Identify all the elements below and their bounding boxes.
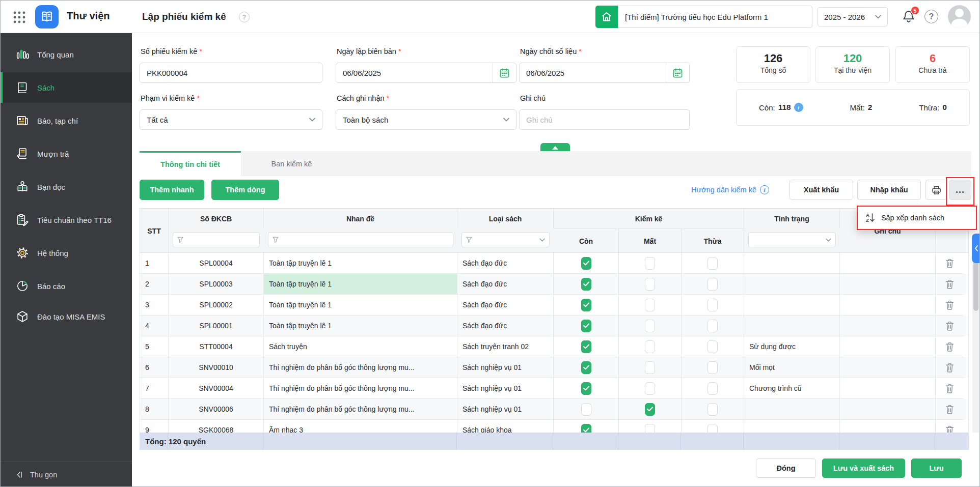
- sidebar-item-dao-tao-misa-emis[interactable]: Đào tạo MISA EMIS: [1, 301, 132, 332]
- quick-add-button[interactable]: Thêm nhanh: [140, 180, 204, 200]
- cell-code[interactable]: SPL00003: [169, 274, 264, 295]
- library-app-logo[interactable]: [35, 5, 59, 28]
- cach-ghi-nhan-select[interactable]: Toàn bộ sách: [336, 109, 516, 130]
- so-phieu-field[interactable]: [140, 63, 322, 83]
- cell-title[interactable]: Sách truyện: [264, 336, 457, 357]
- cell-code[interactable]: STT00004: [169, 336, 264, 357]
- avatar[interactable]: [948, 5, 971, 28]
- ngay-chot-input[interactable]: [520, 63, 666, 82]
- cell-title[interactable]: Toàn tập truyện lê 1: [264, 274, 457, 295]
- school-year-select[interactable]: 2025 - 2026: [818, 7, 888, 26]
- delete-row-button[interactable]: [945, 342, 954, 352]
- cell-code[interactable]: SNV00004: [169, 378, 264, 399]
- cell-title[interactable]: Âm nhạc 3: [264, 420, 457, 433]
- pham-vi-select[interactable]: Tất cả: [140, 109, 322, 130]
- cell-status[interactable]: [744, 420, 840, 433]
- checkbox-con[interactable]: [581, 403, 591, 416]
- checkbox-mat[interactable]: [645, 382, 655, 395]
- sidebar-item-muon-tra[interactable]: Mượn trả: [1, 138, 132, 169]
- cell-code[interactable]: SNV00010: [169, 357, 264, 378]
- cell-note[interactable]: [840, 378, 936, 399]
- delete-row-button[interactable]: [945, 405, 954, 414]
- checkbox-thua[interactable]: [707, 403, 718, 416]
- checkbox-mat[interactable]: [645, 403, 655, 416]
- cell-note[interactable]: [840, 295, 936, 316]
- checkbox-thua[interactable]: [707, 257, 718, 270]
- cell-category[interactable]: Sách giáo khoa: [457, 420, 554, 433]
- sidebar-collapse-button[interactable]: Thu gọn: [1, 461, 132, 487]
- cell-title[interactable]: Thí nghiệm đo phân bố góc thông lượng mu…: [264, 399, 457, 420]
- checkbox-mat[interactable]: [645, 299, 655, 311]
- ghi-chu-input[interactable]: [520, 110, 689, 129]
- filter-status[interactable]: [748, 232, 836, 247]
- cell-category[interactable]: Sách nghiệp vụ 01: [457, 378, 554, 399]
- ngay-chot-field[interactable]: [519, 63, 690, 83]
- checkbox-mat[interactable]: [645, 257, 655, 270]
- delete-row-button[interactable]: [945, 321, 954, 331]
- cell-note[interactable]: [840, 399, 936, 420]
- delete-row-button[interactable]: [945, 279, 954, 289]
- import-button[interactable]: Nhập khẩu: [857, 180, 921, 200]
- cell-title[interactable]: Thí nghiệm đo phân bố góc thông lượng mu…: [264, 357, 457, 378]
- sort-menu-item[interactable]: AZ Sắp xếp danh sách: [857, 206, 977, 230]
- inventory-guide-link[interactable]: Hướng dẫn kiểm kê i: [691, 180, 769, 200]
- sidebar-item-bao-tap-chi[interactable]: Báo, tạp chí: [1, 105, 132, 136]
- cell-category[interactable]: Sách nghiệp vụ 01: [457, 357, 554, 378]
- sidebar-item-he-thong[interactable]: Hệ thống: [1, 238, 132, 268]
- notifications-button[interactable]: 5: [901, 9, 917, 25]
- cell-category[interactable]: Sách đạo đức: [457, 295, 554, 316]
- delete-row-button[interactable]: [945, 300, 954, 310]
- checkbox-thua[interactable]: [707, 382, 718, 395]
- cell-status[interactable]: [744, 295, 840, 316]
- checkbox-con[interactable]: [581, 424, 591, 433]
- cell-status[interactable]: [744, 316, 840, 336]
- checkbox-mat[interactable]: [645, 278, 655, 291]
- help-icon[interactable]: ?: [924, 10, 938, 23]
- cell-status[interactable]: Mối mọt: [744, 357, 840, 378]
- app-grid-icon[interactable]: [13, 11, 26, 24]
- side-panel-handle[interactable]: [972, 234, 980, 263]
- cell-category[interactable]: Sách đạo đức: [457, 253, 554, 274]
- cell-title[interactable]: Toàn tập truyện lê 1: [264, 316, 457, 336]
- cell-status[interactable]: [744, 399, 840, 420]
- checkbox-thua[interactable]: [707, 320, 718, 332]
- export-button[interactable]: Xuất khẩu: [790, 180, 853, 200]
- cell-status[interactable]: Sử dụng được: [744, 336, 840, 357]
- checkbox-thua[interactable]: [707, 299, 718, 311]
- tab-thong-tin-chi-tiet[interactable]: Thông tin chi tiết: [140, 151, 241, 176]
- cell-title[interactable]: Toàn tập truyện lê 1: [264, 295, 457, 316]
- ngay-lap-input[interactable]: [336, 63, 493, 82]
- cell-note[interactable]: [840, 420, 936, 433]
- delete-row-button[interactable]: [945, 425, 954, 433]
- cell-category[interactable]: Sách đạo đức: [457, 316, 554, 336]
- checkbox-con[interactable]: [581, 278, 591, 291]
- sidebar-item-ban-doc[interactable]: Bạn đọc: [1, 171, 132, 202]
- cell-code[interactable]: SPL00001: [169, 316, 264, 336]
- cell-code[interactable]: SNV00006: [169, 399, 264, 420]
- delete-row-button[interactable]: [945, 384, 954, 393]
- checkbox-thua[interactable]: [707, 424, 718, 433]
- ghi-chu-field[interactable]: [519, 109, 690, 130]
- checkbox-con[interactable]: [581, 320, 591, 332]
- cell-status[interactable]: [744, 274, 840, 295]
- checkbox-con[interactable]: [581, 340, 591, 353]
- school-selector[interactable]: [Thí điểm] Trường tiểu học Edu Platform …: [595, 6, 812, 28]
- delete-row-button[interactable]: [945, 363, 954, 373]
- cell-status[interactable]: Chương trình cũ: [744, 378, 840, 399]
- cell-category[interactable]: Sách truyện tranh 02: [457, 336, 554, 357]
- checkbox-con[interactable]: [581, 382, 591, 395]
- info-icon[interactable]: i: [794, 103, 803, 112]
- cell-code[interactable]: SPL00004: [169, 253, 264, 274]
- cell-category[interactable]: Sách đạo đức: [457, 274, 554, 295]
- ngay-lap-field[interactable]: [336, 63, 516, 83]
- checkbox-con[interactable]: [581, 257, 591, 270]
- cell-status[interactable]: [744, 253, 840, 274]
- cell-note[interactable]: [840, 357, 936, 378]
- cell-title[interactable]: Thí nghiệm đo phân bố góc thông lượng mu…: [264, 378, 457, 399]
- calendar-icon[interactable]: [666, 63, 689, 82]
- cell-note[interactable]: [840, 336, 936, 357]
- print-button[interactable]: [925, 180, 947, 200]
- cell-title[interactable]: Toàn tập truyện lê 1: [264, 253, 457, 274]
- checkbox-con[interactable]: [581, 361, 591, 374]
- cell-code[interactable]: SGK00068: [169, 420, 264, 433]
